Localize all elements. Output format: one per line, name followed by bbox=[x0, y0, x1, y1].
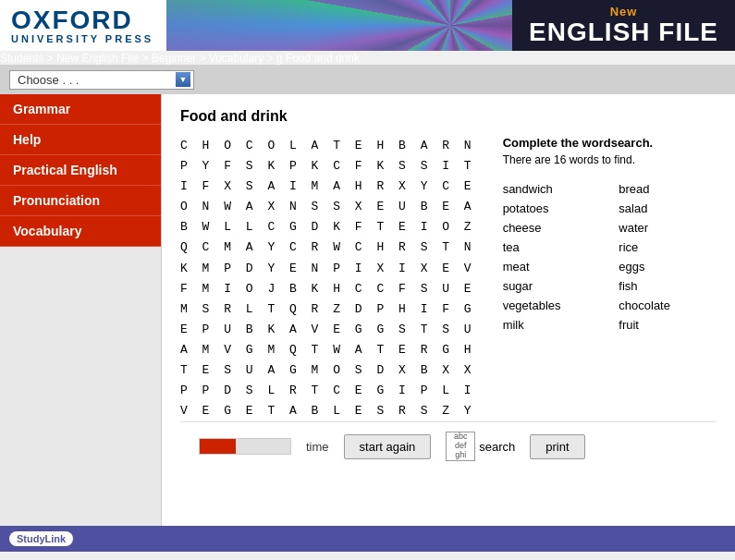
word-rice: rice bbox=[619, 239, 717, 255]
sidebar: Grammar Help Practical English Pronuncia… bbox=[0, 94, 162, 526]
right-panel: Complete the wordsearch. There are 16 wo… bbox=[503, 136, 717, 421]
sidebar-item-practical[interactable]: Practical English bbox=[0, 155, 161, 186]
word-fruit: fruit bbox=[619, 317, 717, 333]
word-eggs: eggs bbox=[619, 259, 717, 274]
word-tea: tea bbox=[503, 239, 601, 255]
instruction-sub: There are 16 words to find. bbox=[503, 153, 717, 166]
grid-row: T E S U A G M O S D X B X X bbox=[180, 360, 475, 381]
word-fish: fish bbox=[619, 278, 717, 294]
header: OXFORD UNIVERSITY PRESS New ENGLISH FILE bbox=[0, 0, 735, 51]
studylink-button[interactable]: StudyLink bbox=[9, 531, 73, 546]
puzzle-area: C H O C O L A T E H B A R N P Y F S K P … bbox=[180, 136, 717, 421]
word-water: water bbox=[619, 220, 717, 236]
grid-row: P P D S L R T C E G I P L I bbox=[180, 381, 475, 401]
sidebar-item-vocabulary[interactable]: Vocabulary bbox=[0, 216, 161, 247]
grid-row: B W L L C G D K F T E I O Z bbox=[180, 217, 475, 237]
grid-row: V E G E T A B L E S R S Z Y bbox=[180, 401, 475, 421]
footer: StudyLink bbox=[0, 526, 735, 552]
content-title: Food and drink bbox=[180, 108, 717, 125]
grid-row: F M I O J B K H C C F S U E bbox=[180, 279, 475, 299]
print-button[interactable]: print bbox=[530, 434, 584, 459]
grid-row: K M P D Y E N P I X I X E V bbox=[180, 259, 475, 279]
wordsearch-grid: C H O C O L A T E H B A R N P Y F S K P … bbox=[180, 136, 475, 421]
start-again-button[interactable]: start again bbox=[344, 434, 432, 459]
instruction-title: Complete the wordsearch. bbox=[503, 136, 717, 150]
main-area: Grammar Help Practical English Pronuncia… bbox=[0, 94, 735, 526]
grid-row: Q C M A Y C R W C H R S T N bbox=[180, 237, 475, 258]
time-label: time bbox=[306, 440, 329, 454]
choose-select[interactable]: Choose . . . bbox=[9, 70, 194, 90]
word-chocolate: chocolate bbox=[619, 298, 717, 313]
sidebar-item-grammar[interactable]: Grammar bbox=[0, 94, 161, 125]
word-meat: meat bbox=[503, 259, 601, 274]
grid-row: I F X S A I M A H R X Y C E bbox=[180, 177, 475, 197]
content-area: Food and drink C H O C O L A T E H B A R… bbox=[162, 94, 735, 526]
press-subtitle: UNIVERSITY PRESS bbox=[11, 33, 155, 44]
new-label: New bbox=[610, 5, 638, 18]
oxford-title: OXFORD bbox=[11, 7, 155, 33]
search-group: abcdefghi search bbox=[446, 432, 515, 461]
grid-row: M S R L T Q R Z D P H I F G bbox=[180, 299, 475, 320]
search-label: search bbox=[479, 440, 515, 454]
word-vegetables: vegetables bbox=[503, 298, 601, 313]
word-bread: bread bbox=[619, 181, 717, 197]
word-list: sandwich bread potatoes salad cheese wat… bbox=[503, 181, 717, 333]
oxford-logo: OXFORD UNIVERSITY PRESS bbox=[0, 0, 166, 51]
word-potatoes: potatoes bbox=[503, 201, 601, 216]
choose-wrapper[interactable]: Choose . . . ▼ bbox=[9, 70, 194, 90]
ef-logo: New ENGLISH FILE bbox=[512, 0, 735, 51]
timer-bar bbox=[199, 438, 291, 455]
bottom-bar: time start again abcdefghi search print bbox=[180, 421, 717, 470]
sidebar-item-pronunciation[interactable]: Pronunciation bbox=[0, 186, 161, 216]
grid-row: O N W A X N S S X E U B E A bbox=[180, 197, 475, 217]
grid-row: E P U B K A V E G G S T S U bbox=[180, 320, 475, 340]
grid-row: C H O C O L A T E H B A R N bbox=[180, 136, 475, 156]
navbar: Students > New English File > Beginner >… bbox=[0, 51, 735, 65]
ef-title: ENGLISH FILE bbox=[529, 18, 718, 47]
word-salad: salad bbox=[619, 201, 717, 216]
word-sandwich: sandwich bbox=[503, 181, 601, 197]
grid-row: P Y F S K P K C F K S S I T bbox=[180, 156, 475, 177]
sidebar-item-help[interactable]: Help bbox=[0, 125, 161, 155]
breadcrumb: Students > New English File > Beginner >… bbox=[0, 52, 360, 65]
word-milk: milk bbox=[503, 317, 601, 333]
search-icon: abcdefghi bbox=[446, 432, 475, 461]
word-cheese: cheese bbox=[503, 220, 601, 236]
timer-fill bbox=[200, 439, 236, 454]
choose-bar: Choose . . . ▼ bbox=[0, 65, 735, 94]
word-sugar: sugar bbox=[503, 278, 601, 294]
header-banner: New ENGLISH FILE bbox=[166, 0, 735, 51]
grid-row: A M V G M Q T W A T E R G H bbox=[180, 340, 475, 360]
